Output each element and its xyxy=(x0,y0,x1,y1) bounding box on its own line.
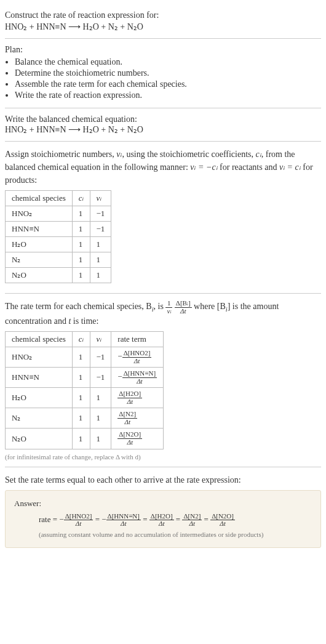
cell-rate: Δ[N2]Δt xyxy=(111,408,164,429)
term-frac: Δ[N2]Δt xyxy=(182,513,202,528)
intro-heading: Construct the rate of reaction expressio… xyxy=(5,9,321,22)
cell-nu: 1 xyxy=(90,252,111,268)
balanced-section: Write the balanced chemical equation: HN… xyxy=(5,111,321,139)
col-ci: cᵢ xyxy=(72,332,90,347)
term-den: Δt xyxy=(182,520,202,528)
plan-item: Balance the chemical equation. xyxy=(15,57,321,67)
stoich-text: Assign stoichiometric numbers, νᵢ, using… xyxy=(5,148,321,187)
rate-den: Δt xyxy=(122,358,152,365)
balanced-lhs: HNO₂ + HNN≡N xyxy=(5,125,66,134)
cell-species: N₂ xyxy=(6,252,73,268)
table-row: N₂O 1 1 Δ[N2O]Δt xyxy=(6,429,164,449)
divider xyxy=(5,467,321,467)
intro-equation: HNO₂ + HNN≡N ⟶ H₂O + N₂ + N₂O xyxy=(5,22,321,32)
plan-section: Plan: Balance the chemical equation. Det… xyxy=(5,41,321,105)
divider xyxy=(5,38,321,39)
cell-nu: 1 xyxy=(90,237,111,252)
col-nui: νᵢ xyxy=(90,191,111,206)
cell-nu: −1 xyxy=(90,347,111,368)
term-frac: Δ[HNN≡N]Δt xyxy=(106,513,141,528)
frac-coef-num: 1 xyxy=(165,300,172,308)
frac-coef: 1νᵢ xyxy=(165,300,172,315)
plan-item: Write the rate of reaction expression. xyxy=(15,91,321,100)
rel-reactants: νᵢ = −cᵢ xyxy=(190,163,217,172)
col-species: chemical species xyxy=(6,332,73,347)
term-den: Δt xyxy=(106,520,141,528)
cell-nu: 1 xyxy=(90,268,111,283)
cell-c: 1 xyxy=(72,222,90,237)
table-row: H₂O11 xyxy=(6,237,111,252)
cell-species: HNO₂ xyxy=(6,347,73,368)
col-species: chemical species xyxy=(6,191,73,206)
rate-label: rate = xyxy=(39,515,59,524)
intro-lhs: HNO₂ + HNN≡N xyxy=(5,22,66,31)
cell-c: 1 xyxy=(72,347,90,368)
rt-text-e: is time: xyxy=(71,316,98,326)
cell-c: 1 xyxy=(72,388,90,408)
rate-sign: − xyxy=(117,352,122,361)
eq: = xyxy=(95,515,102,524)
cell-c: 1 xyxy=(72,368,90,388)
rate-frac: Δ[N2]Δt xyxy=(117,411,137,425)
cell-species: H₂O xyxy=(6,237,73,252)
term-frac: Δ[H2O]Δt xyxy=(149,513,174,528)
table-row: HNO₂ 1 −1 −Δ[HNO2]Δt xyxy=(6,347,164,368)
balanced-rhs: H₂O + N₂ + N₂O xyxy=(83,125,143,134)
divider xyxy=(5,108,321,108)
intro-arrow: ⟶ xyxy=(66,22,83,31)
frac-dconc-num: Δ[Bᵢ] xyxy=(175,300,192,308)
rate-den: Δt xyxy=(117,419,137,426)
cell-rate: Δ[H2O]Δt xyxy=(111,388,164,408)
table-header-row: chemical species cᵢ νᵢ rate term xyxy=(6,332,164,347)
table-header-row: chemical species cᵢ νᵢ xyxy=(6,191,111,206)
cell-species: HNN≡N xyxy=(6,222,73,237)
cell-c: 1 xyxy=(72,268,90,283)
col-nui: νᵢ xyxy=(90,332,111,347)
stoich-text-a: Assign stoichiometric numbers, xyxy=(5,150,116,159)
plan-heading: Plan: xyxy=(5,45,321,55)
balanced-arrow: ⟶ xyxy=(66,125,83,134)
divider xyxy=(5,141,321,142)
plan-list: Balance the chemical equation. Determine… xyxy=(5,57,321,100)
term-den: Δt xyxy=(210,520,235,528)
cell-rate: −Δ[HNO2]Δt xyxy=(111,347,164,368)
nui-label: νᵢ xyxy=(97,193,101,203)
rel-products: νᵢ = cᵢ xyxy=(279,163,301,172)
stoich-table-2: chemical species cᵢ νᵢ rate term HNO₂ 1 … xyxy=(5,331,164,449)
rate-sign: − xyxy=(117,372,122,381)
cell-c: 1 xyxy=(72,429,90,449)
table-row: HNN≡N1−1 xyxy=(6,222,111,237)
cell-rate: Δ[N2O]Δt xyxy=(111,429,164,449)
divider xyxy=(5,293,321,294)
balanced-heading: Write the balanced chemical equation: xyxy=(5,115,321,124)
table-row: N₂ 1 1 Δ[N2]Δt xyxy=(6,408,164,429)
table-row: N₂O11 xyxy=(6,268,111,283)
nui-label: νᵢ xyxy=(97,334,101,344)
term-frac: Δ[HNO2]Δt xyxy=(64,513,93,528)
term-frac: Δ[N2O]Δt xyxy=(210,513,235,528)
plan-item: Assemble the rate term for each chemical… xyxy=(15,79,321,89)
cell-species: HNN≡N xyxy=(6,368,73,388)
c-i: cᵢ xyxy=(256,150,261,159)
cell-species: N₂ xyxy=(6,408,73,429)
rate-term-text: The rate term for each chemical species,… xyxy=(5,300,321,328)
rt-text-c: where [B xyxy=(194,302,226,311)
conclusion-text: Set the rate terms equal to each other t… xyxy=(5,473,321,486)
rate-num: Δ[HNO2] xyxy=(122,350,152,358)
cell-species: HNO₂ xyxy=(6,206,73,222)
cell-nu: −1 xyxy=(90,206,111,222)
frac-dconc: Δ[Bᵢ]Δt xyxy=(175,300,192,315)
cell-nu: −1 xyxy=(90,222,111,237)
term-sign: − xyxy=(59,515,63,524)
eq: = xyxy=(204,515,211,524)
table-row: HNN≡N 1 −1 −Δ[HNN≡N]Δt xyxy=(6,368,164,388)
rate-frac: Δ[HNO2]Δt xyxy=(122,350,152,364)
rate-frac: Δ[N2O]Δt xyxy=(117,431,142,446)
cell-nu: 1 xyxy=(90,408,111,429)
cell-c: 1 xyxy=(72,408,90,429)
frac-coef-den: νᵢ xyxy=(165,308,172,315)
col-ci: cᵢ xyxy=(72,191,90,206)
stoich-section: Assign stoichiometric numbers, νᵢ, using… xyxy=(5,144,321,291)
answer-label: Answer: xyxy=(14,497,312,510)
table-row: HNO₂1−1 xyxy=(6,206,111,222)
